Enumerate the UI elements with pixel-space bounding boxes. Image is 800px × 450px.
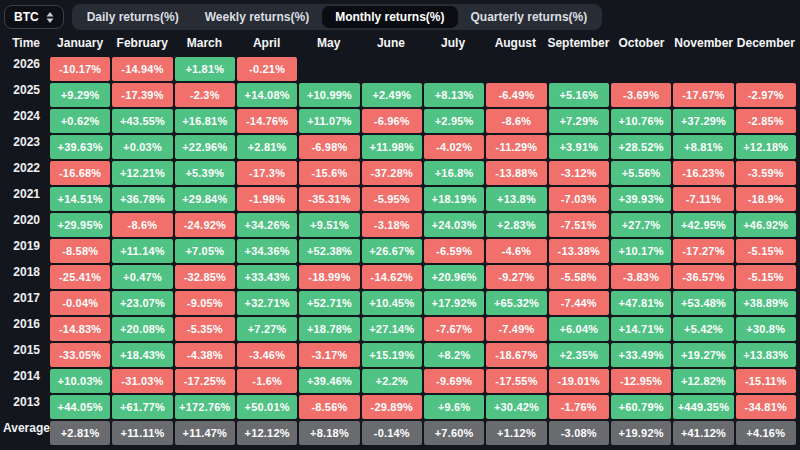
- return-cell: +41.12%: [673, 421, 733, 445]
- return-cell: +61.77%: [112, 395, 172, 419]
- table-row: 2025+9.29%-17.39%-2.3%+14.08%+10.99%+2.4…: [3, 83, 797, 107]
- return-cell: -15.6%: [299, 161, 359, 185]
- return-cell: +1.81%: [175, 57, 235, 81]
- return-cell: +11.47%: [175, 421, 235, 445]
- return-cell: +7.05%: [175, 239, 235, 263]
- month-header-november: November: [674, 36, 734, 50]
- return-cell: -19.01%: [549, 369, 609, 393]
- return-cell: -0.04%: [50, 291, 110, 315]
- return-cell: -5.15%: [736, 265, 796, 289]
- table-row: 2015-33.05%+18.43%-4.38%-3.46%-3.17%+15.…: [3, 343, 797, 367]
- return-cell: +39.46%: [299, 369, 359, 393]
- return-cell: +29.84%: [175, 187, 235, 211]
- row-year-label: 2013: [3, 395, 49, 419]
- return-cell: +30.8%: [736, 317, 796, 341]
- return-cell: -8.6%: [112, 213, 172, 237]
- return-cell: -2.85%: [736, 109, 796, 133]
- return-cell: +29.95%: [50, 213, 110, 237]
- row-year-label: 2017: [3, 291, 49, 315]
- return-cell: +60.79%: [611, 395, 671, 419]
- return-cell: +47.81%: [611, 291, 671, 315]
- return-cell: +19.92%: [611, 421, 671, 445]
- return-cell: +8.13%: [424, 83, 484, 107]
- return-cell: +10.45%: [362, 291, 422, 315]
- return-cell: -7.51%: [549, 213, 609, 237]
- return-cell: [299, 57, 359, 81]
- row-year-label: 2014: [3, 369, 49, 393]
- return-cell: -14.76%: [237, 109, 297, 133]
- return-cell: +172.76%: [175, 395, 235, 419]
- return-cell: +8.2%: [424, 343, 484, 367]
- return-cell: -17.27%: [673, 239, 733, 263]
- return-cell: -8.56%: [299, 395, 359, 419]
- return-cell: -37.28%: [362, 161, 422, 185]
- return-cell: -9.27%: [486, 265, 546, 289]
- return-cell: -6.96%: [362, 109, 422, 133]
- return-cell: +14.08%: [237, 83, 297, 107]
- return-cell: +11.14%: [112, 239, 172, 263]
- table-row: 2013+44.05%+61.77%+172.76%+50.01%-8.56%-…: [3, 395, 797, 419]
- row-year-label: 2023: [3, 135, 49, 159]
- return-cell: [549, 57, 609, 81]
- return-cell: +9.6%: [424, 395, 484, 419]
- return-cell: -12.95%: [611, 369, 671, 393]
- tab-monthly-returns[interactable]: Monthly returns(%): [322, 6, 457, 28]
- table-row: 2024+0.62%+43.55%+16.81%-14.76%+11.07%-6…: [3, 109, 797, 133]
- return-cell: [486, 57, 546, 81]
- return-cell: -33.05%: [50, 343, 110, 367]
- return-cell: +2.81%: [237, 135, 297, 159]
- return-cell: +32.71%: [237, 291, 297, 315]
- return-cell: -2.3%: [175, 83, 235, 107]
- return-cell: +10.99%: [299, 83, 359, 107]
- table-row: 2019-8.58%+11.14%+7.05%+34.36%+52.38%+26…: [3, 239, 797, 263]
- month-header-january: January: [50, 36, 110, 50]
- return-cell: +2.81%: [50, 421, 110, 445]
- tab-weekly-returns[interactable]: Weekly returns(%): [192, 6, 322, 28]
- return-cell: +2.49%: [362, 83, 422, 107]
- average-row: Average+2.81%+11.11%+11.47%+12.12%+8.18%…: [3, 421, 797, 445]
- return-cell: -18.99%: [299, 265, 359, 289]
- return-cell: [673, 57, 733, 81]
- return-cell: +10.03%: [50, 369, 110, 393]
- return-cell: +27.14%: [362, 317, 422, 341]
- asset-selector[interactable]: BTC: [4, 5, 64, 29]
- return-cell: +39.93%: [611, 187, 671, 211]
- return-cell: -17.25%: [175, 369, 235, 393]
- return-cell: -7.49%: [486, 317, 546, 341]
- return-cell: -15.11%: [736, 369, 796, 393]
- return-cell: -31.03%: [112, 369, 172, 393]
- return-cell: +52.38%: [299, 239, 359, 263]
- return-cell: +33.49%: [611, 343, 671, 367]
- return-cell: +7.27%: [237, 317, 297, 341]
- return-cell: -4.02%: [424, 135, 484, 159]
- return-cell: -5.15%: [736, 239, 796, 263]
- return-cell: +14.71%: [611, 317, 671, 341]
- row-year-label: 2024: [3, 109, 49, 133]
- table-row: 2017-0.04%+23.07%-9.05%+32.71%+52.71%+10…: [3, 291, 797, 315]
- row-year-label: 2025: [3, 83, 49, 107]
- return-cell: +6.04%: [549, 317, 609, 341]
- return-cell: -32.85%: [175, 265, 235, 289]
- table-row: 2026-10.17%-14.94%+1.81%-0.21%: [3, 57, 797, 81]
- return-cell: +27.7%: [611, 213, 671, 237]
- return-cell: +36.78%: [112, 187, 172, 211]
- return-cell: -4.6%: [486, 239, 546, 263]
- tab-quarterly-returns[interactable]: Quarterly returns(%): [458, 6, 601, 28]
- return-cell: +2.83%: [486, 213, 546, 237]
- return-cell: -1.76%: [549, 395, 609, 419]
- return-cell: +8.81%: [673, 135, 733, 159]
- return-cell: +10.17%: [611, 239, 671, 263]
- return-cell: -3.12%: [549, 161, 609, 185]
- return-cell: +449.35%: [673, 395, 733, 419]
- return-cell: -4.38%: [175, 343, 235, 367]
- table-body: 2026-10.17%-14.94%+1.81%-0.21%2025+9.29%…: [3, 57, 797, 445]
- return-cell: [736, 57, 796, 81]
- return-cell: -0.21%: [237, 57, 297, 81]
- tab-daily-returns[interactable]: Daily returns(%): [74, 6, 192, 28]
- return-cell: -13.38%: [549, 239, 609, 263]
- return-cell: +8.18%: [299, 421, 359, 445]
- return-cell: -2.97%: [736, 83, 796, 107]
- return-cell: -17.67%: [673, 83, 733, 107]
- return-cell: -14.94%: [112, 57, 172, 81]
- return-cell: +39.63%: [50, 135, 110, 159]
